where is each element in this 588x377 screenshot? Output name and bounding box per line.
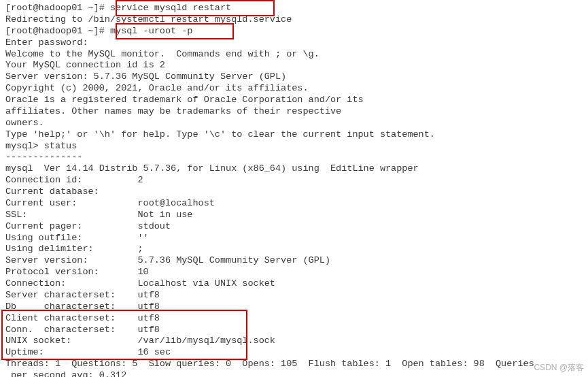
status-db-charset: Db characterset: utf8	[5, 301, 583, 313]
status-server-version: Server version: 5.7.36 MySQL Community S…	[5, 255, 583, 267]
terminal-line: Welcome to the MySQL monitor. Commands e…	[5, 49, 583, 61]
terminal-line: mysql Ver 14.14 Distrib 5.7.36, for Linu…	[5, 163, 583, 175]
terminal-line: Oracle is a registered trademark of Orac…	[5, 95, 583, 106]
status-protocol-version: Protocol version: 10	[5, 267, 583, 278]
status-stats: Threads: 1 Questions: 5 Slow queries: 0 …	[5, 359, 583, 370]
terminal-line: Your MySQL connection id is 2	[5, 60, 583, 71]
terminal-line: [root@hadoop01 ~]# mysql -uroot -p	[5, 26, 583, 37]
status-ssl: SSL: Not in use	[5, 210, 583, 221]
terminal-line: Redirecting to /bin/systemctl restart my…	[5, 14, 583, 26]
status-unix-socket: UNIX socket: /var/lib/mysql/mysql.sock	[5, 335, 583, 347]
terminal-line: Copyright (c) 2000, 2021, Oracle and/or …	[5, 83, 583, 95]
watermark: CSDN @落客	[534, 363, 584, 373]
status-current-pager: Current pager: stdout	[5, 221, 583, 233]
status-uptime: Uptime: 16 sec	[5, 347, 583, 359]
terminal-line: Enter password:	[5, 37, 583, 49]
status-connection: Connection: Localhost via UNIX socket	[5, 278, 583, 290]
status-conn-charset: Conn. characterset: utf8	[5, 325, 583, 336]
terminal-line: Server version: 5.7.36 MySQL Community S…	[5, 71, 583, 83]
status-using-delimiter: Using delimiter: ;	[5, 244, 583, 255]
terminal-line: affiliates. Other names may be trademark…	[5, 106, 583, 118]
status-connection-id: Connection id: 2	[5, 175, 583, 186]
terminal-line: --------------	[5, 152, 583, 163]
mysql-prompt-line[interactable]: mysql> status	[5, 141, 583, 152]
status-client-charset: Client characterset: utf8	[5, 313, 583, 325]
terminal-line: owners.	[5, 118, 583, 129]
status-using-outfile: Using outfile: ''	[5, 233, 583, 244]
status-server-charset: Server characterset: utf8	[5, 290, 583, 301]
status-stats: per second avg: 0.312	[5, 370, 583, 377]
terminal-line: [root@hadoop01 ~]# service mysqld restar…	[5, 3, 583, 14]
terminal-line: Type 'help;' or '\h' for help. Type '\c'…	[5, 129, 583, 141]
status-current-database: Current database:	[5, 186, 583, 198]
status-current-user: Current user: root@localhost	[5, 198, 583, 210]
